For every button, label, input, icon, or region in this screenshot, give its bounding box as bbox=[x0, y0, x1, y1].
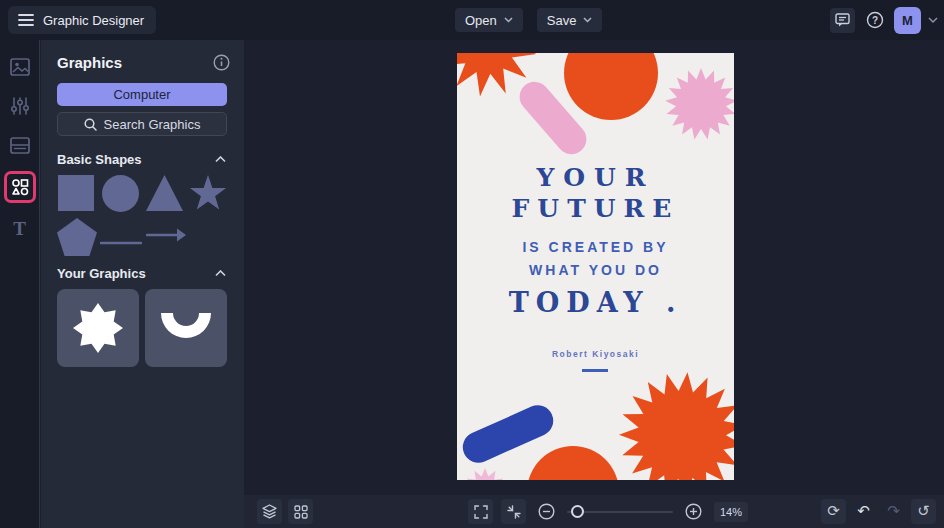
user-avatar[interactable]: M bbox=[894, 7, 921, 34]
quote-line-4: WHAT YOU DO bbox=[457, 262, 734, 278]
help-button[interactable]: ? bbox=[862, 8, 887, 33]
redo-button[interactable]: ↷ bbox=[881, 499, 906, 524]
graphics-panel-header: Graphics bbox=[57, 54, 230, 71]
chevron-down-icon bbox=[504, 17, 513, 23]
sidebar-item-adjustments[interactable] bbox=[7, 93, 33, 119]
app-title: Graphic Designer bbox=[43, 13, 144, 28]
starburst-bottom-left bbox=[464, 468, 506, 480]
templates-icon bbox=[10, 137, 30, 154]
zoom-in-button[interactable] bbox=[681, 499, 706, 524]
app-window: Graphic Designer Open Save bbox=[0, 0, 944, 528]
panel-title: Graphics bbox=[57, 54, 122, 71]
smile-arc-icon bbox=[157, 311, 215, 345]
zoom-controls: 14% bbox=[468, 499, 748, 524]
bottom-left-tools bbox=[257, 499, 313, 524]
eight-point-star-icon bbox=[73, 303, 123, 353]
computer-button[interactable]: Computer bbox=[57, 83, 227, 106]
search-graphics-label: Search Graphics bbox=[104, 117, 201, 132]
shape-pentagon[interactable] bbox=[57, 218, 97, 259]
graphics-panel: Graphics Computer Search Graphics Basic … bbox=[41, 40, 244, 528]
info-icon[interactable] bbox=[213, 54, 230, 71]
sidebar-item-graphics[interactable] bbox=[4, 171, 36, 203]
quote-line-2: FUTURE bbox=[457, 194, 734, 223]
adjustments-icon bbox=[11, 97, 29, 115]
shape-star[interactable] bbox=[188, 174, 228, 215]
bottom-toolbar: 14% ⟳ ↶ ↷ ↺ bbox=[244, 495, 944, 528]
zoom-slider[interactable] bbox=[567, 505, 673, 519]
circle-bottom bbox=[527, 446, 619, 480]
shape-arrow[interactable] bbox=[146, 228, 186, 245]
text-icon: T bbox=[13, 218, 26, 240]
shape-triangle[interactable] bbox=[146, 175, 183, 214]
fit-to-screen-icon bbox=[507, 505, 521, 519]
undo-button[interactable]: ↶ bbox=[851, 499, 876, 524]
pages-grid-button[interactable] bbox=[288, 499, 313, 524]
zoom-out-icon bbox=[538, 503, 555, 520]
fullscreen-icon bbox=[474, 505, 488, 519]
quote-line-5: TODAY . bbox=[457, 287, 734, 318]
zoom-slider-handle[interactable] bbox=[571, 505, 584, 518]
avatar-initial: M bbox=[902, 13, 913, 28]
grid-icon bbox=[294, 505, 308, 519]
images-icon bbox=[10, 58, 30, 76]
chevron-up-icon bbox=[215, 156, 226, 163]
refresh-icon: ⟳ bbox=[827, 504, 840, 519]
history-controls: ⟳ ↶ ↷ ↺ bbox=[821, 499, 936, 524]
quote-author: Robert Kiyosaki bbox=[457, 349, 734, 359]
starburst-bottom-right bbox=[619, 372, 734, 480]
reset-history-button[interactable]: ↺ bbox=[911, 499, 936, 524]
starburst-top-right bbox=[665, 68, 734, 139]
zoom-in-icon bbox=[685, 503, 702, 520]
quote-line-1: YOUR bbox=[457, 163, 734, 192]
sidebar-item-text[interactable]: T bbox=[7, 216, 33, 242]
sidebar-item-templates[interactable] bbox=[7, 132, 33, 158]
your-graphic-star-tile[interactable] bbox=[57, 289, 139, 367]
shape-line[interactable] bbox=[100, 233, 142, 248]
save-button[interactable]: Save bbox=[537, 8, 603, 32]
history-icon: ↺ bbox=[917, 504, 930, 519]
file-actions: Open Save bbox=[455, 8, 602, 32]
fullscreen-button[interactable] bbox=[468, 499, 493, 524]
top-bar: Graphic Designer Open Save bbox=[0, 0, 944, 40]
graphics-icon bbox=[11, 178, 29, 196]
search-icon bbox=[84, 118, 97, 131]
layers-button[interactable] bbox=[257, 499, 282, 524]
open-button[interactable]: Open bbox=[455, 8, 523, 32]
svg-text:?: ? bbox=[871, 15, 877, 26]
zoom-out-button[interactable] bbox=[534, 499, 559, 524]
tool-rail: T bbox=[0, 40, 40, 528]
help-icon: ? bbox=[866, 11, 884, 29]
sidebar-item-images[interactable] bbox=[7, 54, 33, 80]
author-underline bbox=[582, 369, 608, 372]
poster-artboard[interactable]: YOUR FUTURE IS CREATED BY WHAT YOU DO TO… bbox=[457, 53, 734, 480]
refresh-button[interactable]: ⟳ bbox=[821, 499, 846, 524]
account-actions: ? M bbox=[830, 0, 938, 40]
quote-line-3: IS CREATED BY bbox=[457, 239, 734, 255]
account-chevron-down-icon[interactable] bbox=[928, 17, 938, 24]
basic-shapes-label: Basic Shapes bbox=[57, 152, 142, 167]
chevron-up-icon bbox=[215, 270, 226, 277]
open-button-label: Open bbox=[465, 13, 497, 28]
circle-top bbox=[564, 53, 658, 120]
search-graphics-button[interactable]: Search Graphics bbox=[57, 112, 227, 136]
zoom-level-display[interactable]: 14% bbox=[714, 502, 748, 522]
your-graphic-arc-tile[interactable] bbox=[145, 289, 227, 367]
shape-circle[interactable] bbox=[102, 175, 139, 215]
your-graphics-label: Your Graphics bbox=[57, 266, 146, 281]
chat-icon bbox=[835, 13, 850, 27]
feedback-button[interactable] bbox=[830, 8, 855, 33]
app-menu[interactable]: Graphic Designer bbox=[8, 6, 156, 34]
your-graphics-section-header[interactable]: Your Graphics bbox=[57, 266, 226, 281]
hamburger-menu-icon bbox=[18, 13, 34, 27]
undo-icon: ↶ bbox=[857, 504, 870, 519]
chevron-down-icon bbox=[583, 17, 592, 23]
shape-square[interactable] bbox=[58, 175, 94, 214]
layers-icon bbox=[262, 504, 277, 519]
basic-shapes-section-header[interactable]: Basic Shapes bbox=[57, 152, 226, 167]
save-button-label: Save bbox=[547, 13, 577, 28]
fit-to-screen-button[interactable] bbox=[501, 499, 526, 524]
redo-icon: ↷ bbox=[887, 504, 900, 519]
